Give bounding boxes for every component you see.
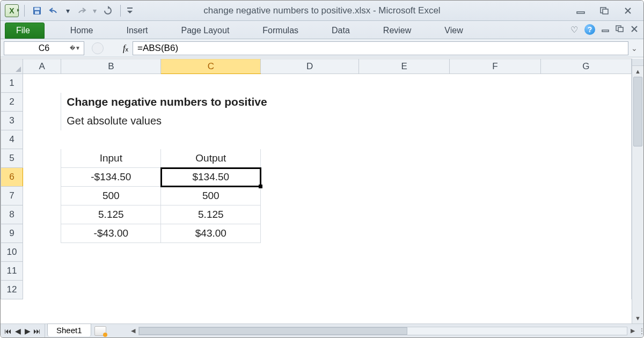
row-header-12[interactable]: 12 xyxy=(1,281,23,299)
hscroll-track[interactable] xyxy=(138,327,627,335)
repeat-icon[interactable] xyxy=(101,4,115,17)
col-header-f[interactable]: F xyxy=(450,59,540,74)
prev-sheet-icon[interactable]: ◀ xyxy=(13,327,22,335)
fill-handle[interactable] xyxy=(259,185,262,188)
horizontal-scrollbar[interactable]: ◀ ▶ ⋮⋮ xyxy=(122,327,643,335)
cell-c6[interactable]: $134.50 xyxy=(161,168,261,187)
cell[interactable] xyxy=(23,224,61,243)
cell[interactable] xyxy=(261,224,632,243)
subheading-cell[interactable]: Get absolute values xyxy=(61,112,632,130)
row-header-4[interactable]: 4 xyxy=(1,130,23,149)
row-header-6[interactable]: 6 xyxy=(1,168,23,187)
workbook-minimize-icon[interactable] xyxy=(602,25,609,34)
undo-icon[interactable] xyxy=(47,4,61,17)
col-header-c[interactable]: C xyxy=(161,59,261,74)
cell-b7[interactable]: 500 xyxy=(61,187,161,205)
cell[interactable] xyxy=(23,93,61,112)
cell-c7[interactable]: 500 xyxy=(161,187,261,205)
scroll-up-icon[interactable]: ▲ xyxy=(632,66,643,77)
file-tab[interactable]: File xyxy=(5,23,45,39)
cell[interactable] xyxy=(23,281,631,299)
cell[interactable] xyxy=(23,262,631,281)
scroll-track[interactable] xyxy=(632,77,643,313)
help-icon[interactable]: ? xyxy=(584,24,595,35)
formula-bar[interactable]: =ABS(B6) xyxy=(133,41,628,55)
sheet-tab[interactable]: Sheet1 xyxy=(47,324,91,336)
worksheet-grid[interactable]: A B C D E F G 1 2 Change negative number… xyxy=(1,58,632,324)
tab-page-layout[interactable]: Page Layout xyxy=(171,23,239,39)
cell-b6[interactable]: -$134.50 xyxy=(61,168,161,187)
cell-b9[interactable]: -$43.00 xyxy=(61,224,161,243)
tab-view[interactable]: View xyxy=(435,23,472,39)
tab-formulas[interactable]: Formulas xyxy=(253,23,308,39)
cell[interactable] xyxy=(261,205,632,224)
table-header-input[interactable]: Input xyxy=(61,149,161,168)
name-box-dropdown-icon[interactable]: �▼ xyxy=(70,45,80,51)
excel-app-icon[interactable]: X xyxy=(5,4,19,17)
col-header-e[interactable]: E xyxy=(359,59,450,74)
workbook-close-icon[interactable] xyxy=(631,25,638,34)
row-header-8[interactable]: 8 xyxy=(1,205,23,224)
col-header-a[interactable]: A xyxy=(23,59,61,74)
scroll-right-icon[interactable]: ▶ xyxy=(627,327,638,334)
cancel-formula-icon[interactable] xyxy=(92,42,104,54)
row-header-7[interactable]: 7 xyxy=(1,187,23,205)
hscroll-grip-icon[interactable]: ⋮⋮ xyxy=(638,327,643,335)
cell[interactable] xyxy=(23,149,61,168)
vertical-scrollbar[interactable]: ▲ ▼ xyxy=(632,58,643,324)
cell[interactable] xyxy=(23,130,631,149)
redo-dropdown-icon[interactable]: ▾ xyxy=(91,4,98,17)
row-header-11[interactable]: 11 xyxy=(1,262,23,281)
cell[interactable] xyxy=(23,112,61,130)
fx-icon[interactable]: fx xyxy=(111,43,133,53)
row-header-1[interactable]: 1 xyxy=(1,74,23,93)
cell[interactable] xyxy=(23,187,61,205)
next-sheet-icon[interactable]: ▶ xyxy=(23,327,32,335)
maximize-icon[interactable] xyxy=(598,6,610,16)
cell-c8[interactable]: 5.125 xyxy=(161,205,261,224)
last-sheet-icon[interactable]: ⏭ xyxy=(33,327,41,335)
minimize-icon[interactable] xyxy=(575,6,587,16)
undo-dropdown-icon[interactable]: ▾ xyxy=(64,4,71,17)
scroll-thumb[interactable] xyxy=(633,77,642,146)
ribbon-minimize-icon[interactable]: ♡ xyxy=(570,25,578,35)
row-header-5[interactable]: 5 xyxy=(1,149,23,168)
redo-icon[interactable] xyxy=(74,4,88,17)
formula-bar-expand-icon[interactable]: ⌄ xyxy=(628,44,640,53)
scroll-left-icon[interactable]: ◀ xyxy=(128,327,138,334)
col-header-b[interactable]: B xyxy=(61,59,161,74)
tab-review[interactable]: Review xyxy=(374,23,421,39)
save-icon[interactable] xyxy=(30,4,44,17)
cell[interactable] xyxy=(261,149,632,168)
cell-b8[interactable]: 5.125 xyxy=(61,205,161,224)
tab-home[interactable]: Home xyxy=(61,23,103,39)
name-box[interactable]: C6 �▼ xyxy=(4,41,84,55)
qat-customize-icon[interactable] xyxy=(126,4,134,17)
workbook-restore-icon[interactable] xyxy=(616,25,624,34)
row-header-10[interactable]: 10 xyxy=(1,243,23,262)
col-header-d[interactable]: D xyxy=(261,59,359,74)
tab-data[interactable]: Data xyxy=(322,23,360,39)
cell[interactable] xyxy=(23,243,631,262)
cell[interactable] xyxy=(261,168,632,187)
tab-insert[interactable]: Insert xyxy=(116,23,157,39)
split-handle[interactable] xyxy=(632,58,643,66)
hscroll-thumb[interactable] xyxy=(139,327,407,335)
cell[interactable] xyxy=(23,74,631,93)
scroll-down-icon[interactable]: ▼ xyxy=(632,313,643,324)
table-header-output[interactable]: Output xyxy=(161,149,261,168)
col-header-g[interactable]: G xyxy=(540,59,631,74)
first-sheet-icon[interactable]: ⏮ xyxy=(4,327,12,335)
cell[interactable] xyxy=(23,205,61,224)
select-all-corner[interactable] xyxy=(1,59,23,74)
row-header-3[interactable]: 3 xyxy=(1,112,23,130)
cell[interactable] xyxy=(261,187,632,205)
sheet-nav-buttons[interactable]: ⏮ ◀ ▶ ⏭ xyxy=(1,324,45,337)
cell[interactable] xyxy=(23,168,61,187)
cell-c9[interactable]: $43.00 xyxy=(161,224,261,243)
row-header-2[interactable]: 2 xyxy=(1,93,23,112)
row-header-9[interactable]: 9 xyxy=(1,224,23,243)
new-sheet-icon[interactable] xyxy=(94,326,106,336)
heading-cell[interactable]: Change negative numbers to positive xyxy=(61,93,632,112)
close-icon[interactable] xyxy=(622,6,634,16)
